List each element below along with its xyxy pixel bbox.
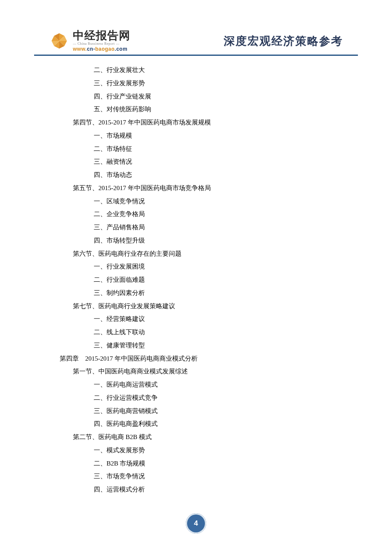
logo-title: 中经报告网 (73, 30, 130, 41)
toc-item: 二、企业竞争格局 (0, 208, 392, 221)
toc-item: 四、行业产业链发展 (0, 90, 392, 103)
logo-subtitle: — China Bussiness Report — (73, 42, 130, 46)
toc-item: 二、行业运营模式竞争 (0, 391, 392, 405)
toc-item: 四、市场动态 (0, 168, 392, 182)
site-logo: 中经报告网 — China Bussiness Report — www.cn-… (49, 30, 130, 52)
toc-item: 三、产品销售格局 (0, 221, 392, 234)
toc-content: 二、行业发展壮大 三、行业发展形势 四、行业产业链发展 五、对传统医药影响 第四… (0, 56, 392, 496)
page-header: 中经报告网 — China Bussiness Report — www.cn-… (0, 30, 392, 52)
toc-section: 第一节、中国医药电商商业模式发展综述 (0, 365, 392, 378)
toc-item: 一、行业发展困境 (0, 260, 392, 273)
toc-section: 第七节、医药电商行业发展策略建议 (0, 300, 392, 313)
logo-text-block: 中经报告网 — China Bussiness Report — www.cn-… (73, 30, 130, 52)
toc-item: 二、线上线下联动 (0, 326, 392, 339)
toc-item: 一、区域竞争情况 (0, 195, 392, 208)
toc-item: 二、行业发展壮大 (0, 64, 392, 77)
toc-item: 二、B2B 市场规模 (0, 457, 392, 470)
toc-section: 第二节、医药电商 B2B 模式 (0, 431, 392, 444)
toc-item: 二、市场特征 (0, 142, 392, 156)
toc-item: 三、制约因素分析 (0, 286, 392, 300)
toc-item: 四、运营模式分析 (0, 483, 392, 496)
logo-url: www.cn-baogao.com (73, 46, 130, 52)
toc-section: 第六节、医药电商行业存在的主要问题 (0, 247, 392, 260)
toc-item: 三、行业发展形势 (0, 77, 392, 90)
toc-item: 三、融资情况 (0, 155, 392, 168)
toc-item: 四、医药电商盈利模式 (0, 417, 392, 431)
logo-url-bao: baogao (95, 46, 115, 52)
toc-chapter: 第四章 2015-2017 年中国医药电商商业模式分析 (0, 352, 392, 365)
toc-item: 三、市场竞争情况 (0, 470, 392, 483)
toc-item: 一、市场规模 (0, 129, 392, 142)
page-number-container: 4 (186, 513, 206, 534)
logo-mark-icon (49, 31, 69, 51)
toc-item: 三、健康管理转型 (0, 339, 392, 352)
toc-item: 一、经营策略建议 (0, 312, 392, 326)
page-number: 4 (186, 513, 206, 534)
header-tagline: 深度宏观经济策略参考 (224, 34, 343, 49)
logo-url-www: www. (73, 46, 87, 52)
logo-url-com: .com (115, 46, 127, 52)
logo-url-cn: cn- (87, 46, 95, 52)
toc-item: 五、对传统医药影响 (0, 103, 392, 116)
toc-item: 四、市场转型升级 (0, 234, 392, 247)
document-page: 中经报告网 — China Bussiness Report — www.cn-… (0, 0, 392, 555)
toc-section: 第五节、2015-2017 年中国医药电商市场竞争格局 (0, 182, 392, 195)
toc-item: 一、模式发展形势 (0, 444, 392, 457)
toc-section: 第四节、2015-2017 年中国医药电商市场发展规模 (0, 116, 392, 129)
toc-item: 二、行业面临难题 (0, 273, 392, 286)
toc-item: 一、医药电商运营模式 (0, 378, 392, 391)
toc-item: 三、医药电商营销模式 (0, 405, 392, 418)
